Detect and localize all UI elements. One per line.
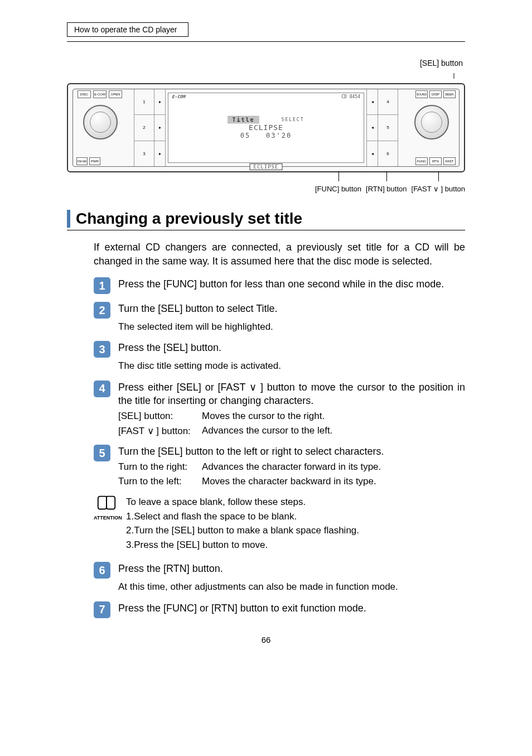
screen-track: 05 bbox=[240, 132, 250, 139]
step-2-title: Turn the [SEL] button to select Title. bbox=[118, 302, 465, 315]
preset-4: 4 bbox=[378, 89, 398, 115]
breadcrumb: How to operate the CD player bbox=[67, 22, 188, 37]
screen-model: CD 8454 bbox=[341, 94, 360, 99]
screen-title-text: Title bbox=[228, 116, 259, 123]
step-5-sub-0-text: Advances the character forward in its ty… bbox=[202, 461, 381, 473]
page-number: 66 bbox=[67, 635, 465, 644]
attention-line-1: 1.Select and flash the space to be blank… bbox=[126, 509, 465, 524]
callout-sel-button: [SEL] button bbox=[67, 59, 465, 68]
step-number-4: 4 bbox=[94, 381, 110, 397]
step-2-note: The selected item will be highlighted. bbox=[118, 320, 465, 334]
seek-button: SEEK bbox=[443, 90, 456, 98]
step-number-3: 3 bbox=[94, 341, 110, 358]
sel-knob bbox=[414, 105, 449, 139]
device-diagram: DISC E-COM OPEN FM AM PWR 1 2 3 ▸ bbox=[67, 83, 465, 172]
play-icon-2: ▸ bbox=[154, 115, 165, 141]
ecom-button: E-COM bbox=[93, 90, 107, 98]
pwr-button: PWR bbox=[89, 157, 100, 165]
callout-line bbox=[67, 71, 465, 81]
fast-button: FAST bbox=[443, 157, 456, 165]
step-number-6: 6 bbox=[94, 562, 110, 579]
preset-6: 6 bbox=[378, 141, 398, 166]
attention-line-2: 2.Turn the [SEL] button to make a blank … bbox=[126, 523, 465, 538]
preset-2: 2 bbox=[134, 115, 154, 141]
sound-button: SOUND bbox=[415, 90, 428, 98]
step-7-title: Press the [FUNC] or [RTN] button to exit… bbox=[118, 601, 465, 615]
attention-line-3: 3.Press the [SEL] button to move. bbox=[126, 538, 465, 552]
step-4-title: Press either [SEL] or [FAST ∨ ] button t… bbox=[118, 381, 465, 408]
open-button: OPEN bbox=[109, 90, 122, 98]
step-4-sub-1-label: [FAST ∨ ] button: bbox=[118, 425, 202, 437]
screen-search: SELECT bbox=[282, 117, 304, 122]
step-3-title: Press the [SEL] button. bbox=[118, 341, 465, 354]
attention-line-0: To leave a space blank, follow these ste… bbox=[126, 495, 465, 509]
step-4-sub-0-label: [SEL] button: bbox=[118, 411, 202, 422]
disp-button: DISP bbox=[429, 90, 442, 98]
step-number-1: 1 bbox=[94, 277, 110, 294]
func-button: FUNC bbox=[415, 157, 428, 165]
screen-eclipse-label: ECLIPSE bbox=[250, 163, 283, 170]
callout-fast: [FAST ∨ ] button bbox=[412, 177, 465, 193]
preset-5: 5 bbox=[378, 115, 398, 141]
step-5-sub-1-text: Moves the character backward in its type… bbox=[202, 476, 376, 487]
step-1-title: Press the [FUNC] button for less than on… bbox=[118, 277, 465, 291]
step-5-sub-0-label: Turn to the right: bbox=[118, 461, 202, 473]
section-accent-bar bbox=[67, 210, 70, 228]
callout-rtn: [RTN] button bbox=[366, 177, 407, 193]
back-icon-3: ◂ bbox=[367, 141, 378, 166]
attention-icon: ATTENTION bbox=[94, 495, 119, 521]
screen-brand: E-COM bbox=[172, 94, 185, 99]
preset-3: 3 bbox=[134, 141, 154, 166]
step-4-sub-1-text: Advances the cursor to the left. bbox=[202, 425, 332, 437]
step-5-sub-1-label: Turn to the left: bbox=[118, 476, 202, 487]
back-icon-2: ◂ bbox=[367, 115, 378, 141]
play-icon-1: ▸ bbox=[154, 89, 165, 115]
intro-text: If external CD changers are connected, a… bbox=[94, 240, 465, 268]
device-screen: E-COM CD 8454 Title SELECT ECLIPSE 05 03… bbox=[168, 93, 364, 163]
back-icon-1: ◂ bbox=[367, 89, 378, 115]
volume-knob bbox=[83, 105, 118, 139]
screen-time: 03'20 bbox=[266, 132, 292, 139]
step-6-note: At this time, other adjustments can also… bbox=[118, 580, 465, 594]
preset-1: 1 bbox=[134, 89, 154, 115]
step-6-title: Press the [RTN] button. bbox=[118, 562, 465, 575]
step-number-5: 5 bbox=[94, 445, 110, 461]
step-number-7: 7 bbox=[94, 601, 110, 618]
section-title: Changing a previously set title bbox=[76, 210, 302, 228]
step-number-2: 2 bbox=[94, 302, 110, 319]
fm-am-button: FM AM bbox=[76, 157, 88, 165]
header-divider bbox=[67, 41, 465, 42]
step-3-note: The disc title setting mode is activated… bbox=[118, 359, 465, 373]
rtn-button: RTN bbox=[429, 157, 442, 165]
step-4-sub-0-text: Moves the cursor to the right. bbox=[202, 411, 325, 422]
play-icon-3: ▸ bbox=[154, 141, 165, 166]
disc-button: DISC bbox=[78, 90, 91, 98]
attention-label: ATTENTION bbox=[94, 515, 119, 521]
step-5-title: Turn the [SEL] button to the left or rig… bbox=[118, 445, 465, 458]
screen-artist: ECLIPSE bbox=[249, 123, 283, 132]
callout-func: [FUNC] button bbox=[315, 177, 361, 193]
